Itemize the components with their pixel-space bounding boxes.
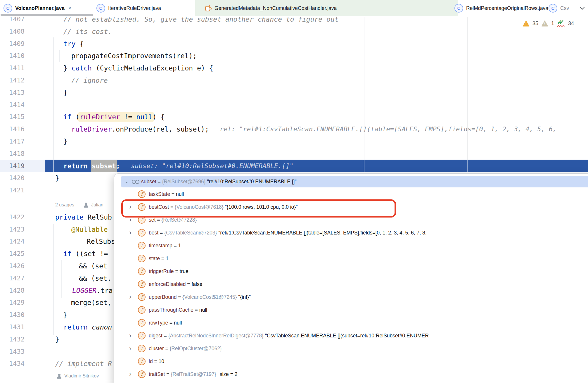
code-token: ruleDriver != null — [78, 112, 153, 122]
weak-warnings-count: 1 — [551, 20, 554, 27]
collapse-chevron-icon[interactable]: ⌄ — [124, 179, 129, 184]
line-number[interactable]: 1429 — [0, 296, 25, 309]
author-inlay-hint[interactable]: Vladimir Sitnikov — [57, 370, 99, 382]
line-number[interactable]: 1416 — [0, 123, 25, 135]
inspections-widget[interactable]: ! 35 ! 1 ✓✓ 34 — [523, 18, 574, 29]
variable-row-timestamp[interactable]: ftimestamp = 1 — [114, 239, 588, 252]
variable-row-enforceDisabled[interactable]: fenforceDisabled = false — [114, 278, 588, 291]
expand-chevron-icon[interactable]: › — [127, 294, 133, 300]
variable-row-traitSet[interactable]: ›ftraitSet = {RelTraitSet@7197}size = 2 — [114, 368, 588, 381]
line-number[interactable]: 1408 — [0, 25, 25, 38]
variable-row-rowType[interactable]: frowType = null — [114, 316, 588, 329]
execution-line-code: return subset; — [63, 160, 120, 172]
line-number[interactable]: 1411 — [0, 62, 25, 74]
line-number[interactable]: 1424 — [0, 235, 25, 248]
variable-row-best[interactable]: ›fbest = {CsvTableScan@7203} "rel#1:CsvT… — [114, 226, 588, 239]
line-number[interactable]: 1418 — [0, 148, 25, 160]
line-number[interactable]: 1422 — [0, 211, 25, 223]
author-inlay-hint[interactable]: 2 usagesJulian — [55, 199, 103, 211]
variable-row-upperBound[interactable]: ›fupperBound = {VolcanoCost$1@7245} "{in… — [114, 291, 588, 303]
editor-line: 1410propagateCostImprovements(rel); — [0, 50, 588, 62]
code-text: } — [55, 333, 59, 346]
code-token — [88, 323, 92, 331]
tab-strip-scrollbar-thumb[interactable] — [1, 14, 93, 16]
editor-line: 1413} — [0, 87, 588, 99]
code-token: && (set — [79, 262, 107, 270]
variable-value: "rel#10:RelSubset#0.ENUMERABLE.[]" — [207, 179, 297, 185]
tab-IterativeRuleDriver.java[interactable]: CIterativeRuleDriver.java — [92, 0, 193, 16]
tab-GeneratedMetadata_NonCumulativeCostHandler.java[interactable]: GeneratedMetadata_NonCumulativeCostHandl… — [195, 0, 458, 16]
equals: = — [186, 281, 191, 287]
line-number[interactable]: 1409 — [0, 38, 25, 50]
line-number[interactable]: 1428 — [0, 284, 25, 297]
variable-row-set[interactable]: ›fset = {RelSet@7228} — [114, 213, 588, 226]
code-token: return — [63, 323, 88, 331]
margin-guide — [364, 17, 364, 160]
popup-header-row[interactable]: ⌄ subset = {RelSubset@7696} "rel#10:RelS… — [121, 176, 588, 187]
code-token: canon — [92, 323, 112, 331]
line-number[interactable]: 1415 — [0, 111, 25, 123]
code-token: } — [63, 311, 67, 319]
code-token: && (set. — [79, 275, 111, 282]
code-text: // implement R — [55, 358, 112, 370]
variable-row-passThroughCache[interactable]: fpassThroughCache = null — [114, 303, 588, 316]
equals: = — [155, 217, 161, 223]
line-number[interactable]: 1419 — [0, 160, 25, 172]
code-text: private RelSub — [55, 211, 112, 223]
variable-row-cluster[interactable]: ›fcluster = {RelOptCluster@7062} — [114, 342, 588, 355]
line-number[interactable]: 1434 — [0, 358, 25, 370]
close-icon[interactable]: × — [68, 5, 71, 11]
line-number[interactable]: 1410 — [0, 50, 25, 62]
variable-name: best — [149, 230, 158, 236]
line-number[interactable]: 1432 — [0, 333, 25, 346]
evaluated-expression[interactable]: subset — [91, 160, 117, 172]
line-number[interactable]: 1421 — [0, 184, 25, 196]
variable-row-triggerRule[interactable]: ftriggerRule = true — [114, 265, 588, 278]
tab-RelMdPercentageOriginalRows.java[interactable]: CRelMdPercentageOriginalRows.java — [450, 0, 559, 16]
expand-chevron-icon[interactable]: › — [127, 204, 133, 210]
variable-name: set — [149, 217, 155, 223]
line-number[interactable]: 1420 — [0, 172, 25, 184]
code-token: if — [63, 250, 72, 258]
variable-row-state[interactable]: fstate = 1 — [114, 252, 588, 265]
tab-overflow-chevron-down-icon[interactable] — [579, 5, 586, 12]
expand-chevron-icon[interactable]: › — [127, 346, 133, 351]
line-number[interactable]: 1433 — [0, 346, 25, 358]
line-number[interactable]: 1430 — [0, 309, 25, 321]
margin-guide — [53, 160, 54, 172]
object-reference: {VolcanoCost@7618} — [175, 204, 225, 210]
variable-name: traitSet — [149, 371, 165, 377]
variable-row-id[interactable]: fid = 10 — [114, 355, 588, 368]
tab-Csv[interactable]: CCsv — [544, 0, 578, 16]
line-number[interactable]: 1413 — [0, 87, 25, 99]
line-number[interactable]: 1431 — [0, 321, 25, 333]
editor-line: 1417} — [0, 135, 588, 148]
line-number[interactable]: 1426 — [0, 260, 25, 272]
line-number[interactable]: 1425 — [0, 248, 25, 260]
expand-chevron-icon[interactable]: › — [127, 230, 133, 236]
expand-chevron-icon[interactable]: › — [127, 333, 133, 339]
editor-line: 1414 — [0, 99, 588, 111]
expand-chevron-icon[interactable]: › — [127, 217, 133, 223]
expand-chevron-icon[interactable]: › — [127, 371, 133, 377]
line-number[interactable]: 1412 — [0, 74, 25, 87]
code-token: .tra — [96, 287, 113, 294]
tab-label: VolcanoPlanner.java — [15, 5, 65, 11]
field-icon: f — [138, 229, 146, 237]
indent-guide — [61, 260, 62, 298]
variable-name: upperBound — [149, 294, 177, 300]
line-number[interactable]: 1427 — [0, 272, 25, 284]
indent-guide — [53, 37, 54, 160]
line-number[interactable]: 1417 — [0, 135, 25, 148]
variable-row-digest[interactable]: ›fdigest = {AbstractRelNode$InnerRelDige… — [114, 329, 588, 342]
variable-row-bestCost[interactable]: ›fbestCost = {VolcanoCost@7618} "{100.0 … — [114, 201, 588, 213]
usages-inlay-hint[interactable]: 2 usages — [55, 202, 74, 208]
line-number[interactable]: 1414 — [0, 99, 25, 111]
ok-count: 34 — [568, 20, 574, 27]
debugger-variables-popup[interactable]: ⌄ subset = {RelSubset@7696} "rel#10:RelS… — [114, 173, 588, 383]
variable-row-taskState[interactable]: ftaskState = null — [114, 188, 588, 201]
line-number[interactable]: 1423 — [0, 223, 25, 236]
object-reference: {AbstractRelNode$InnerRelDigest@7778} — [168, 333, 265, 339]
indent-guide — [59, 50, 60, 62]
variable-value: "CsvTableScan.ENUMERABLE.[](subset=rel#1… — [265, 333, 429, 339]
